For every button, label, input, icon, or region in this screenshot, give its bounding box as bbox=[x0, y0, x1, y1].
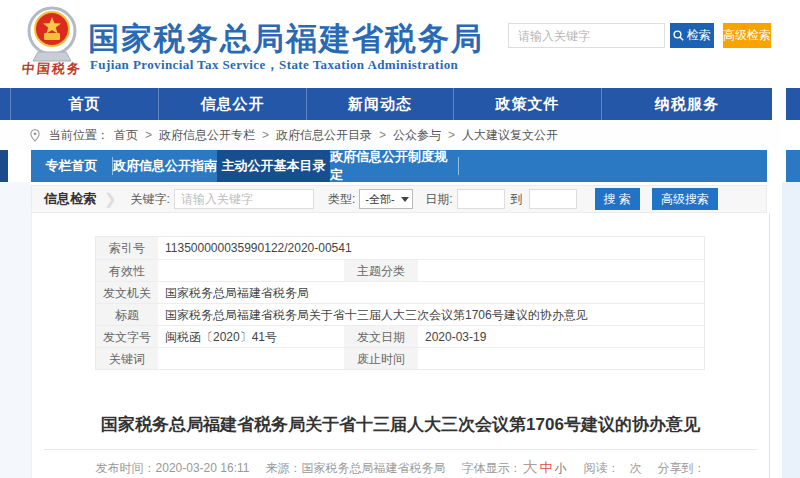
keyword-input[interactable] bbox=[174, 189, 314, 209]
breadcrumb-item-disclosure-catalog[interactable]: 政府信息公开目录 bbox=[276, 127, 372, 144]
view-count-suffix: 次 bbox=[629, 461, 641, 475]
breadcrumb-separator: > bbox=[262, 128, 269, 142]
breadcrumb-separator: > bbox=[145, 128, 152, 142]
document-info-table: 索引号 113500000035990122/2020-00541 有效性 主题… bbox=[95, 236, 705, 370]
header-search-button-label: 检索 bbox=[687, 27, 711, 44]
font-size-label: 字体显示： bbox=[461, 461, 521, 475]
info-value-doc-number: 闽税函〔2020〕41号 bbox=[158, 326, 344, 347]
logo-seal-text: 中国税务 bbox=[9, 60, 95, 78]
nav-band-fragment-right bbox=[786, 88, 800, 120]
source-value: 国家税务总局福建省税务局 bbox=[301, 461, 445, 475]
info-label-issue-date: 发文日期 bbox=[344, 326, 418, 347]
header-search-button[interactable]: 检索 bbox=[670, 23, 714, 48]
nav-spacer bbox=[0, 88, 10, 120]
page-title: 国家税务总局福建省税务局 bbox=[88, 18, 484, 60]
article-source: 来源：国家税务总局福建省税务局 bbox=[265, 460, 445, 477]
breadcrumb-item-npc-replies[interactable]: 人大建议复文公开 bbox=[462, 127, 558, 144]
header-advanced-search-button[interactable]: 高级检索 bbox=[723, 23, 771, 48]
table-row: 发文字号 闽税函〔2020〕41号 发文日期 2020-03-19 bbox=[96, 325, 704, 347]
font-size-control: 字体显示：大中小 bbox=[461, 458, 567, 477]
date-to-input[interactable] bbox=[529, 189, 577, 209]
nav-item-home[interactable]: 首页 bbox=[10, 88, 158, 120]
page-left-margin-band bbox=[0, 182, 31, 478]
font-size-small-button[interactable]: 小 bbox=[554, 461, 566, 475]
page-subtitle: Fujian Provincial Tax Service，State Taxa… bbox=[90, 56, 458, 74]
info-search-title: 信息检索 bbox=[44, 190, 96, 208]
table-row: 有效性 主题分类 bbox=[96, 259, 704, 281]
info-label-topic: 主题分类 bbox=[344, 260, 418, 281]
tab-active-disclosure-catalog[interactable]: 主动公开基本目录 bbox=[217, 150, 330, 182]
nav-item-info-disclosure[interactable]: 信息公开 bbox=[158, 88, 306, 120]
section-tabs: 专栏首页 政府信息公开指南 主动公开基本目录 政府信息公开制度规定 bbox=[31, 150, 767, 182]
tab-band-fragment-left bbox=[0, 150, 8, 182]
nav-item-tax-service[interactable]: 纳税服务 bbox=[601, 88, 772, 120]
publish-time: 发布时间：2020-03-20 16:11 bbox=[96, 460, 250, 477]
breadcrumb-item-public-participation[interactable]: 公众参与 bbox=[393, 127, 441, 144]
info-value-title: 国家税务总局福建省税务局关于省十三届人大三次会议第1706号建议的协办意见 bbox=[158, 304, 704, 325]
table-row: 索引号 113500000035990122/2020-00541 bbox=[96, 237, 704, 259]
info-value-keywords bbox=[158, 348, 344, 369]
breadcrumb-item-disclosure-column[interactable]: 政府信息公开专栏 bbox=[159, 127, 255, 144]
font-size-medium-button[interactable]: 中 bbox=[539, 460, 552, 475]
share-control[interactable]: 分享到： bbox=[657, 460, 705, 477]
header-search-input[interactable] bbox=[508, 23, 665, 48]
font-size-large-button[interactable]: 大 bbox=[522, 458, 537, 475]
national-emblem-icon bbox=[16, 4, 88, 64]
breadcrumb-item-home[interactable]: 首页 bbox=[114, 127, 138, 144]
tab-disclosure-rules[interactable]: 政府信息公开制度规定 bbox=[330, 150, 458, 182]
search-icon bbox=[673, 30, 684, 41]
info-label-validity: 有效性 bbox=[96, 260, 158, 281]
table-row: 标题 国家税务总局福建省税务局关于省十三届人大三次会议第1706号建议的协办意见 bbox=[96, 303, 704, 325]
table-row: 关键词 废止时间 bbox=[96, 347, 704, 369]
tab-disclosure-guide[interactable]: 政府信息公开指南 bbox=[113, 150, 217, 182]
info-label-keywords: 关键词 bbox=[96, 348, 158, 369]
tab-band-fragment-right bbox=[786, 150, 800, 182]
publish-time-label: 发布时间： bbox=[96, 461, 156, 475]
info-value-index: 113500000035990122/2020-00541 bbox=[158, 237, 704, 259]
publish-time-value: 2020-03-20 16:11 bbox=[156, 461, 250, 475]
chevron-down-icon bbox=[401, 197, 409, 202]
info-label-issuer: 发文机关 bbox=[96, 282, 158, 303]
tab-column-home[interactable]: 专栏首页 bbox=[31, 150, 112, 182]
article-divider bbox=[44, 449, 757, 450]
info-value-topic bbox=[418, 260, 704, 281]
date-to-label: 到 bbox=[511, 191, 523, 208]
article-meta: 发布时间：2020-03-20 16:11 来源：国家税务总局福建省税务局 字体… bbox=[31, 458, 770, 477]
info-label-title: 标题 bbox=[96, 304, 158, 325]
filter-advanced-search-button[interactable]: 高级搜索 bbox=[652, 188, 718, 210]
type-label: 类型: bbox=[328, 191, 355, 208]
keyword-label: 关键字: bbox=[131, 191, 170, 208]
article-title: 国家税务总局福建省税务局关于省十三届人大三次会议第1706号建议的协办意见 bbox=[51, 413, 750, 436]
type-select-value: -全部- bbox=[365, 192, 394, 207]
source-label: 来源： bbox=[265, 461, 301, 475]
date-label: 日期: bbox=[425, 191, 452, 208]
nav-item-policy[interactable]: 政策文件 bbox=[453, 88, 601, 120]
main-nav: 首页 信息公开 新闻动态 政策文件 纳税服务 bbox=[0, 88, 772, 120]
site-header: 中国税务 国家税务总局福建省税务局 Fujian Provincial Tax … bbox=[0, 0, 800, 88]
info-label-index: 索引号 bbox=[96, 237, 158, 259]
info-value-validity bbox=[158, 260, 344, 281]
info-value-repeal-time bbox=[418, 348, 704, 369]
breadcrumb-label: 当前位置： bbox=[49, 127, 109, 144]
info-label-repeal-time: 废止时间 bbox=[344, 348, 418, 369]
breadcrumb: 当前位置： 首页 > 政府信息公开专栏 > 政府信息公开目录 > 公众参与 > … bbox=[0, 120, 782, 150]
info-value-issue-date: 2020-03-19 bbox=[418, 326, 704, 347]
date-from-input[interactable] bbox=[457, 189, 505, 209]
breadcrumb-separator: > bbox=[448, 128, 455, 142]
page-right-margin-band bbox=[782, 182, 800, 478]
nav-item-news[interactable]: 新闻动态 bbox=[306, 88, 453, 120]
view-count: 阅读：次 bbox=[583, 460, 641, 477]
info-label-doc-number: 发文字号 bbox=[96, 326, 158, 347]
chevron-right-icon: ❯ bbox=[104, 190, 117, 208]
info-search-bar: 信息检索 ❯ 关键字: 类型: -全部- 日期: 到 搜 索 高级搜索 bbox=[31, 185, 767, 213]
share-label: 分享到： bbox=[657, 461, 705, 475]
view-count-label: 阅读： bbox=[583, 461, 619, 475]
info-value-issuer: 国家税务总局福建省税务局 bbox=[158, 282, 704, 303]
breadcrumb-separator: > bbox=[379, 128, 386, 142]
filter-search-button[interactable]: 搜 索 bbox=[595, 188, 640, 210]
type-select[interactable]: -全部- bbox=[359, 189, 413, 209]
table-row: 发文机关 国家税务总局福建省税务局 bbox=[96, 281, 704, 303]
tab-separator bbox=[458, 157, 459, 175]
location-pin-icon bbox=[30, 129, 40, 142]
